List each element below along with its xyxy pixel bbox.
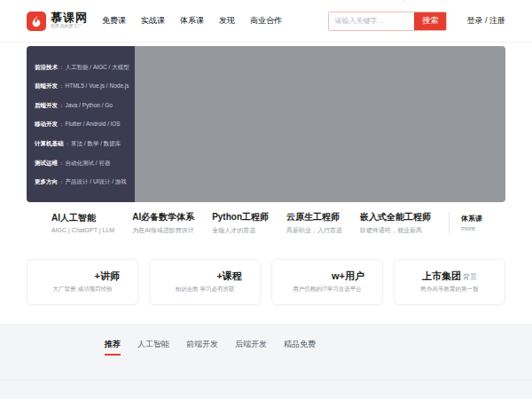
stat-card-users: w+用户 用户信赖的IT学习首选平台 [271, 259, 383, 305]
menu-separator: ： [59, 82, 65, 89]
category-menu-item-mobile[interactable]: 移动开发：Flutter / Android / iOS [27, 120, 135, 128]
nav-item-practical-courses[interactable]: 实战课 [141, 15, 165, 27]
search-bar: 搜索 [328, 12, 447, 31]
stat-title-main: 上市集团 [422, 270, 461, 281]
stat-card-listed-group: 上市集团背景 民办高等教育的第一股 [394, 259, 505, 305]
category-title: AI人工智能 [51, 212, 114, 224]
category-card-python[interactable]: Python工程师 全能人才的首选 [212, 211, 269, 235]
category-menu-item-backend[interactable]: 后端开发：Java / Python / Go [27, 101, 135, 109]
category-subtitle: 为在AI领域进阶而设计 [132, 226, 194, 235]
menu-item-label: 后端开发 [35, 102, 58, 108]
menu-item-label: 计算机基础 [35, 140, 64, 146]
menu-separator: ： [59, 178, 65, 184]
header: 慕课网 程序员的梦工厂 免费课 实战课 体系课 发现 商业合作 搜索 登录 / … [0, 0, 532, 43]
brand-name: 慕课网 [51, 12, 88, 24]
logo[interactable]: 慕课网 程序员的梦工厂 [27, 12, 88, 31]
stat-card-courses: +课程 知识全面 学习必有所获 [149, 259, 261, 305]
main-nav: 免费课 实战课 体系课 发现 商业合作 [102, 15, 282, 27]
stat-subtitle: 知识全面 学习必有所获 [176, 286, 235, 293]
stat-subtitle: 用户信赖的IT学习首选平台 [293, 286, 361, 293]
menu-separator: ： [59, 64, 65, 70]
menu-item-links: 自动化测试 / 容器 [66, 160, 111, 166]
stat-card-instructors: +讲师 大厂背景 成功项目经验 [27, 259, 138, 305]
category-card-ai[interactable]: AI人工智能 AIGC | ChatGPT | LLM [51, 212, 114, 233]
category-subtitle: 全能人才的首选 [212, 226, 269, 235]
search-input[interactable] [329, 12, 414, 30]
menu-item-label: 前沿技术 [35, 64, 58, 70]
stat-subtitle: 大厂背景 成功项目经验 [53, 286, 113, 293]
category-menu: 前沿技术：人工智能 / AIGC / 大模型 前端开发：HTML5 / Vue.… [27, 46, 135, 202]
category-subtitle: 高薪职业，入行首选 [286, 226, 342, 235]
menu-separator: ： [59, 160, 65, 166]
category-menu-item-testing-ops[interactable]: 测试运维：自动化测试 / 容器 [27, 159, 135, 167]
search-button[interactable]: 搜索 [414, 12, 446, 30]
horizontal-divider [0, 379, 532, 380]
tab-artificial-intelligence[interactable]: 人工智能 [137, 339, 169, 356]
menu-item-links: 人工智能 / AIGC / 大模型 [66, 64, 129, 70]
tab-frontend[interactable]: 前端开发 [186, 339, 218, 356]
banner-image[interactable] [135, 46, 505, 202]
menu-item-label: 测试运维 [35, 160, 58, 166]
nav-item-career-path-courses[interactable]: 体系课 [180, 15, 204, 27]
course-tabs: 推荐 人工智能 前端开发 后端开发 精品免费 [0, 324, 532, 356]
nav-item-business-cooperation[interactable]: 商业合作 [250, 15, 282, 27]
stat-subtitle: 民办高等教育的第一股 [421, 286, 479, 293]
course-categories: AI人工智能 AIGC | ChatGPT | LLM AI必备数学体系 为在A… [27, 202, 505, 243]
stat-title: 上市集团背景 [422, 270, 477, 282]
category-title: Python工程师 [212, 211, 269, 223]
vertical-divider [449, 212, 450, 233]
tab-backend[interactable]: 后端开发 [235, 339, 267, 356]
imooc-homepage: 慕课网 程序员的梦工厂 免费课 实战课 体系课 发现 商业合作 搜索 登录 / … [0, 0, 532, 399]
category-menu-item-cs-basics[interactable]: 计算机基础：算法 / 数学 / 数据库 [27, 139, 135, 147]
more-label: more [461, 225, 482, 231]
menu-item-label: 更多方向 [35, 178, 58, 184]
category-subtitle: 软硬件通吃，就业薪高 [360, 226, 431, 235]
menu-item-links: Java / Python / Go [66, 102, 113, 108]
more-wrap: 体系课 more [449, 212, 482, 233]
more-title: 体系课 [461, 214, 482, 223]
menu-item-label: 移动开发 [35, 121, 58, 127]
menu-item-links: 算法 / 数学 / 数据库 [71, 140, 121, 146]
menu-item-links: Flutter / Android / iOS [66, 121, 121, 127]
stats-cards: +讲师 大厂背景 成功项目经验 +课程 知识全面 学习必有所获 w+用户 用户信… [27, 259, 505, 305]
category-title: 云原生工程师 [286, 211, 342, 223]
menu-separator: ： [59, 121, 65, 127]
tab-recommended[interactable]: 推荐 [105, 339, 121, 356]
category-menu-item-frontend[interactable]: 前端开发：HTML5 / Vue.js / Node.js [27, 82, 135, 90]
menu-item-links: HTML5 / Vue.js / Node.js [66, 82, 129, 89]
category-card-ai-math[interactable]: AI必备数学体系 为在AI领域进阶而设计 [132, 211, 194, 235]
tab-premium-free[interactable]: 精品免费 [284, 339, 316, 356]
category-subtitle: AIGC | ChatGPT | LLM [51, 227, 114, 233]
nav-item-discover[interactable]: 发现 [219, 15, 235, 27]
category-title: AI必备数学体系 [132, 211, 194, 223]
brand-text: 慕课网 程序员的梦工厂 [51, 12, 88, 30]
footer-section: 推荐 人工智能 前端开发 后端开发 精品免费 [0, 324, 532, 399]
stat-title: +课程 [217, 270, 260, 282]
menu-separator: ： [65, 140, 71, 146]
menu-separator: ： [59, 102, 65, 108]
category-title: 嵌入式全能工程师 [360, 211, 431, 223]
category-menu-item-frontier-tech[interactable]: 前沿技术：人工智能 / AIGC / 大模型 [27, 63, 135, 71]
category-card-cloud-native[interactable]: 云原生工程师 高薪职业，入行首选 [286, 211, 342, 235]
hero-section: 前沿技术：人工智能 / AIGC / 大模型 前端开发：HTML5 / Vue.… [27, 46, 505, 202]
category-card-embedded[interactable]: 嵌入式全能工程师 软硬件通吃，就业薪高 [360, 211, 431, 235]
menu-item-links: 产品设计 / UI设计 / 游戏 [66, 178, 127, 184]
menu-item-label: 前端开发 [35, 82, 58, 89]
stat-title: w+用户 [332, 270, 382, 282]
login-register-link[interactable]: 登录 / 注册 [466, 15, 505, 27]
flame-logo-icon [27, 12, 46, 31]
category-menu-item-more-directions[interactable]: 更多方向：产品设计 / UI设计 / 游戏 [27, 177, 135, 185]
nav-item-free-courses[interactable]: 免费课 [102, 15, 126, 27]
career-path-more-link[interactable]: 体系课 more [461, 214, 482, 231]
stat-title-suffix: 背景 [463, 273, 477, 281]
stat-title: +讲师 [95, 270, 137, 282]
brand-tagline: 程序员的梦工厂 [51, 24, 82, 29]
